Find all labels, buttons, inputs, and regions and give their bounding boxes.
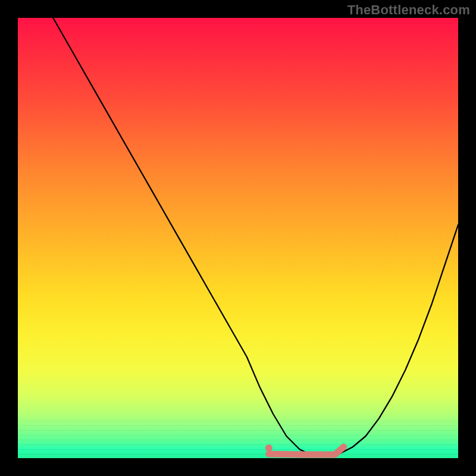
- bottleneck-curve: [53, 18, 458, 456]
- watermark-text: TheBottleneck.com: [347, 2, 470, 18]
- chart-svg: [18, 18, 458, 458]
- optimal-range-bar: [269, 447, 344, 455]
- chart-frame: TheBottleneck.com: [0, 0, 476, 476]
- optimal-point-marker: [265, 444, 273, 452]
- plot-area: [18, 18, 458, 458]
